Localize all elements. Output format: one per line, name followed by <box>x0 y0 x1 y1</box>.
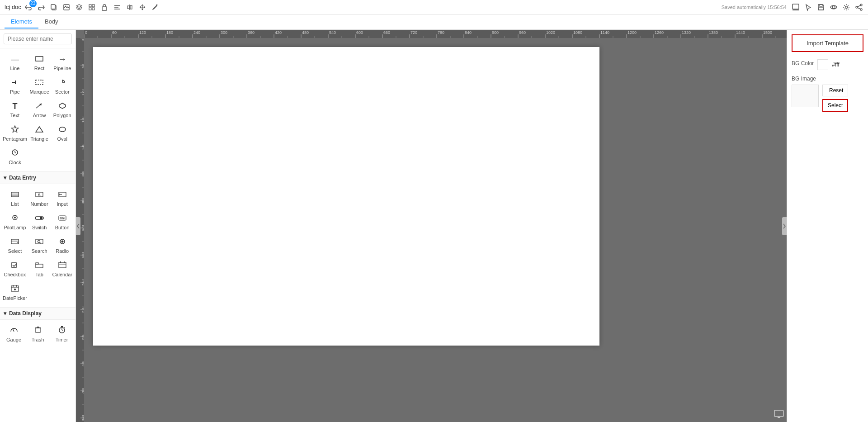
svg-point-53 <box>38 241 40 243</box>
move-icon[interactable] <box>138 3 147 12</box>
svg-text:240: 240 <box>81 143 84 150</box>
tab-icon <box>35 261 43 270</box>
element-checkbox[interactable]: Checkbox <box>2 257 28 281</box>
element-sector[interactable]: Sector <box>51 75 74 98</box>
text-icon: T <box>12 102 17 111</box>
svg-marker-29 <box>59 103 66 109</box>
sector-label: Sector <box>55 89 70 95</box>
element-oval[interactable]: Oval <box>51 122 74 145</box>
svg-rect-50 <box>11 239 19 244</box>
radio-icon <box>58 237 66 247</box>
pipeline-label: Pipeline <box>53 66 71 71</box>
title-bar: lcj doc 23 <box>0 0 868 14</box>
element-trash[interactable]: Trash <box>26 322 50 346</box>
share-icon[interactable] <box>854 3 863 12</box>
element-pipe[interactable]: Pipe <box>2 75 28 98</box>
toolbar-icons: 23 <box>24 3 160 12</box>
element-pipeline[interactable]: → Pipeline <box>51 51 74 75</box>
distribute-icon[interactable] <box>125 3 134 12</box>
collapse-left-handle[interactable] <box>76 217 80 235</box>
data-display-grid: Gauge Trash Timer <box>0 320 75 349</box>
element-marquee[interactable]: Marquee <box>28 75 51 98</box>
bg-image-label: BG Image <box>792 76 863 82</box>
element-calendar[interactable]: Calendar <box>51 257 74 281</box>
element-arrow[interactable]: Arrow <box>28 98 51 122</box>
svg-line-35 <box>15 152 16 153</box>
section-data-display[interactable]: ▾ Data Display <box>0 307 75 320</box>
input-icon <box>58 190 66 200</box>
fullscreen-icon[interactable] <box>791 3 800 12</box>
preview-icon[interactable] <box>829 3 838 12</box>
settings-icon[interactable] <box>842 3 851 12</box>
canvas-white[interactable] <box>93 47 599 346</box>
badge-count: 23 <box>29 0 37 7</box>
image-icon[interactable] <box>62 3 71 12</box>
svg-rect-71 <box>36 328 40 332</box>
element-pentagram[interactable]: Pentagram <box>2 122 28 145</box>
element-text[interactable]: T Text <box>2 98 28 122</box>
pen-icon[interactable] <box>151 3 160 12</box>
sidebar: — Line Rect → Pipeline Pipe <box>0 30 76 422</box>
radio-label: Radio <box>56 248 69 254</box>
element-polygon[interactable]: Polygon <box>51 98 74 122</box>
element-search[interactable]: Search <box>28 234 51 257</box>
element-line[interactable]: — Line <box>2 51 28 75</box>
search-element-icon <box>35 237 43 247</box>
triangle-icon <box>35 125 43 135</box>
element-timer[interactable]: Timer <box>50 322 74 346</box>
element-list[interactable]: List <box>2 187 28 210</box>
svg-rect-8 <box>102 7 107 10</box>
element-datepicker[interactable]: DatePicker <box>2 281 28 304</box>
reset-button[interactable]: Reset <box>822 85 848 96</box>
redo-icon[interactable] <box>37 3 46 12</box>
align-icon[interactable] <box>113 3 122 12</box>
element-clock[interactable]: Clock <box>2 145 28 169</box>
svg-text:180: 180 <box>81 116 84 123</box>
svg-rect-52 <box>36 239 43 244</box>
save-icon[interactable] <box>816 3 826 12</box>
element-triangle[interactable]: Triangle <box>28 122 51 145</box>
element-select[interactable]: Select <box>2 234 28 257</box>
pipe-label: Pipe <box>10 89 20 95</box>
data-entry-label: Data Entry <box>9 175 36 181</box>
lock-icon[interactable] <box>100 3 109 12</box>
svg-rect-58 <box>36 264 43 268</box>
layers-icon[interactable] <box>75 3 84 12</box>
element-input[interactable]: Input <box>51 187 74 210</box>
marquee-icon <box>35 78 43 88</box>
input-label: Input <box>57 201 67 207</box>
list-label: List <box>11 201 19 207</box>
element-radio[interactable]: Radio <box>51 234 74 257</box>
bg-color-label: BG Color <box>792 60 814 66</box>
back-icon[interactable]: 23 <box>24 3 33 12</box>
tab-body[interactable]: Body <box>38 15 65 28</box>
element-rect[interactable]: Rect <box>28 51 51 75</box>
svg-text:0: 0 <box>81 39 84 41</box>
element-tab[interactable]: Tab <box>28 257 51 281</box>
monitor-icon <box>774 410 784 419</box>
marquee-label: Marquee <box>29 89 49 95</box>
element-pilotlamp[interactable]: PilotLamp <box>2 210 28 234</box>
element-gauge[interactable]: Gauge <box>2 322 26 346</box>
svg-point-32 <box>59 127 66 132</box>
bg-color-preview[interactable] <box>817 59 828 70</box>
svg-point-56 <box>61 241 63 243</box>
polygon-label: Polygon <box>53 113 71 118</box>
copy-icon[interactable] <box>49 3 58 12</box>
select-button[interactable]: Select <box>822 99 848 112</box>
tab-elemets[interactable]: Elemets <box>5 15 38 28</box>
element-switch[interactable]: Switch <box>28 210 51 234</box>
grid-icon[interactable] <box>87 3 96 12</box>
svg-text:660: 660 <box>81 333 84 340</box>
section-data-entry[interactable]: ▾ Data Entry <box>0 171 75 184</box>
element-number[interactable]: 5 Number <box>28 187 51 210</box>
element-button[interactable]: Btn Button <box>51 210 74 234</box>
canvas-container[interactable] <box>84 38 787 422</box>
import-template-button[interactable]: Import Template <box>792 34 863 52</box>
datepicker-icon <box>11 284 19 294</box>
cursor-icon[interactable] <box>804 3 813 12</box>
calendar-label: Calendar <box>52 272 72 277</box>
collapse-right-handle[interactable] <box>782 217 787 235</box>
search-input[interactable] <box>4 33 72 44</box>
number-icon: 5 <box>35 190 43 200</box>
